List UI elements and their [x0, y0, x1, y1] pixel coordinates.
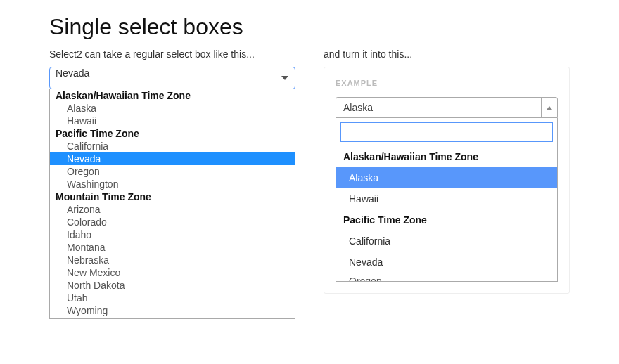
list-item[interactable]: California — [50, 140, 295, 152]
list-item[interactable]: Nebraska — [50, 254, 295, 266]
select2-results[interactable]: Alaskan/Hawaiian Time ZoneAlaskaHawaiiPa… — [336, 146, 557, 281]
list-item[interactable]: New Mexico — [50, 266, 295, 279]
list-item[interactable]: Washington — [50, 178, 295, 190]
optgroup-label: Central Time Zone — [50, 317, 295, 319]
native-select[interactable]: Nevada — [49, 67, 295, 89]
page-title: Single select boxes — [49, 14, 570, 40]
list-item[interactable]: Arizona — [50, 203, 295, 216]
list-item[interactable]: Utah — [50, 292, 295, 304]
optgroup-label: Mountain Time Zone — [50, 190, 295, 203]
native-select-value: Nevada — [56, 67, 89, 79]
list-item[interactable]: Nevada — [336, 252, 557, 273]
optgroup-label: Alaskan/Hawaiian Time Zone — [50, 89, 295, 102]
list-item[interactable]: Colorado — [50, 216, 295, 228]
optgroup-label: Pacific Time Zone — [50, 127, 295, 140]
list-item[interactable]: Oregon — [50, 165, 295, 178]
left-intro: Select2 can take a regular select box li… — [49, 48, 295, 60]
list-item[interactable]: Idaho — [50, 228, 295, 241]
list-item[interactable]: Wyoming — [50, 304, 295, 317]
list-item[interactable]: California — [336, 230, 557, 252]
list-item[interactable]: Nevada — [50, 152, 295, 165]
chevron-up-icon — [541, 98, 556, 117]
list-item[interactable]: Alaska — [336, 167, 557, 188]
optgroup-label: Alaskan/Hawaiian Time Zone — [336, 146, 557, 167]
select2-selection[interactable]: Alaska — [336, 97, 558, 118]
select2-search-input[interactable] — [340, 122, 553, 142]
right-intro: and turn it into this... — [324, 48, 570, 60]
list-item[interactable]: Montana — [50, 241, 295, 254]
example-label: EXAMPLE — [336, 79, 558, 87]
select2-selected-value: Alaska — [343, 102, 373, 113]
optgroup-label: Pacific Time Zone — [336, 209, 557, 230]
native-listbox[interactable]: Alaskan/Hawaiian Time ZoneAlaskaHawaiiPa… — [49, 89, 295, 319]
example-panel: EXAMPLE Alaska Alaskan/Hawaiian Time Zon… — [324, 67, 570, 294]
list-item[interactable]: Oregon — [336, 273, 557, 281]
select2-dropdown: Alaskan/Hawaiian Time ZoneAlaskaHawaiiPa… — [336, 118, 558, 282]
list-item[interactable]: North Dakota — [50, 279, 295, 292]
list-item[interactable]: Alaska — [50, 102, 295, 115]
list-item[interactable]: Hawaii — [50, 115, 295, 127]
list-item[interactable]: Hawaii — [336, 188, 557, 209]
